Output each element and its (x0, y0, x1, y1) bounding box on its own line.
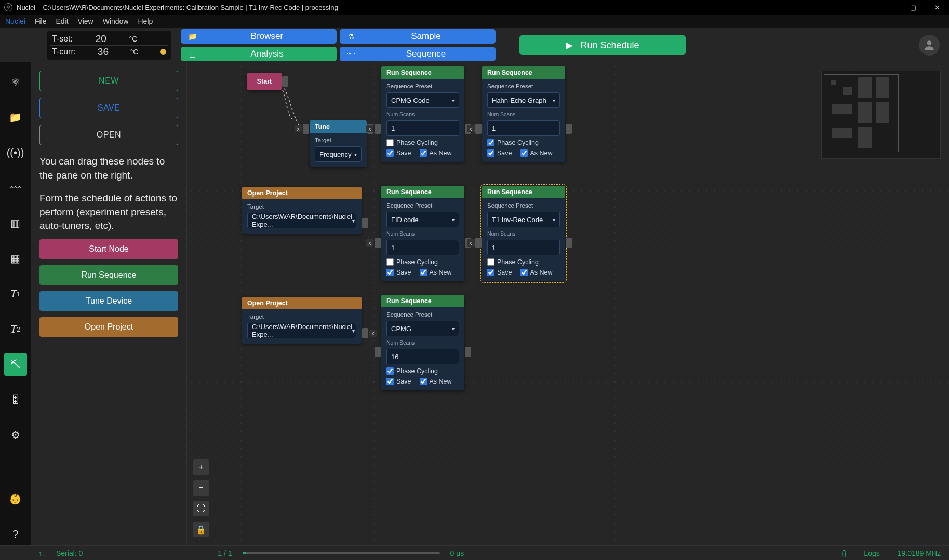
port-in[interactable]: x (375, 124, 381, 134)
menu-edit[interactable]: Edit (56, 17, 68, 25)
palette-tune-node[interactable]: Tune Device (39, 291, 178, 311)
preset-select[interactable]: CPMG▾ (386, 321, 459, 336)
node-open-1[interactable]: Open Project Target C:\Users\WAR\Documen… (242, 187, 362, 234)
save-check[interactable] (386, 269, 394, 276)
minimize-button[interactable]: — (877, 0, 901, 15)
science-icon[interactable]: ⚛ (4, 71, 27, 93)
schedule-editor-icon[interactable]: ⛏ (4, 353, 27, 376)
port-out[interactable]: x (362, 328, 368, 338)
asnew-check[interactable] (520, 149, 528, 157)
scans-input[interactable] (386, 240, 459, 255)
bar-chart-icon[interactable]: ▥ (4, 212, 27, 235)
node-start[interactable]: Start (247, 73, 282, 90)
menu-file[interactable]: File (35, 17, 47, 25)
port-in[interactable] (375, 347, 381, 357)
tab-sequence[interactable]: 〰Sequence (340, 47, 496, 61)
zoom-in-button[interactable]: + (193, 459, 209, 475)
minimap[interactable] (821, 71, 941, 159)
node-run-3[interactable]: x Run Sequence Sequence Preset FID code▾… (381, 186, 464, 281)
scans-input[interactable] (487, 240, 560, 255)
node-run-4[interactable]: x Run Sequence Sequence Preset T1 Inv-Re… (482, 186, 565, 281)
node-run1-title: Run Sequence (381, 66, 464, 79)
tab-analysis[interactable]: ▥Analysis (181, 47, 337, 61)
palette-run-node[interactable]: Run Sequence (39, 265, 178, 285)
zoom-out-button[interactable]: − (193, 480, 209, 496)
menu-bar: Nuclei File Edit View Window Help (0, 15, 949, 28)
t1-icon[interactable]: T1 (4, 282, 27, 305)
scans-label: Num Scans (386, 111, 459, 117)
phase-check[interactable] (386, 139, 394, 146)
save-check[interactable] (386, 149, 394, 157)
asnew-check[interactable] (420, 378, 427, 385)
phase-check[interactable] (386, 258, 394, 266)
menu-help[interactable]: Help (138, 17, 153, 25)
zoom-lock-button[interactable]: 🔒 (193, 522, 209, 537)
project-path-select[interactable]: C:\Users\WAR\Documents\Nuclei Expe…▾ (247, 213, 356, 228)
port-out[interactable] (566, 124, 572, 134)
preset-label: Sequence Preset (386, 83, 459, 89)
save-check[interactable] (386, 378, 394, 385)
logs-braces[interactable]: {} (841, 549, 846, 557)
graph-canvas[interactable]: Start x Tune Target Frequency▾ x x Run S… (187, 62, 949, 545)
port-out[interactable] (282, 76, 288, 87)
port-out[interactable] (566, 238, 572, 248)
node-run-1[interactable]: x Run Sequence Sequence Preset CPMG Code… (381, 66, 464, 162)
tab-browser[interactable]: 📁Browser (181, 29, 337, 44)
zoom-fit-button[interactable]: ⛶ (193, 501, 209, 516)
tset-value[interactable]: 20 (96, 33, 106, 45)
node-run2-title: Run Sequence (482, 66, 565, 79)
close-button[interactable]: ✕ (925, 0, 949, 15)
device-icon[interactable]: 🎛 (4, 388, 27, 411)
preset-select[interactable]: FID code▾ (386, 212, 459, 227)
help-icon[interactable]: ? (4, 523, 27, 545)
folder-icon[interactable]: 📁 (4, 106, 27, 129)
scans-input[interactable] (386, 349, 459, 364)
broadcast-icon[interactable]: ((•)) (4, 141, 27, 164)
user-avatar[interactable] (919, 35, 940, 56)
phase-check[interactable] (487, 258, 494, 266)
port-out[interactable] (362, 218, 368, 228)
menu-view[interactable]: View (78, 17, 93, 25)
node-run-5[interactable]: Run Sequence Sequence Preset CPMG▾ Num S… (381, 295, 464, 390)
port-in[interactable]: x (475, 124, 482, 134)
t2-icon[interactable]: T2 (4, 318, 27, 340)
node-open-2[interactable]: Open Project Target C:\Users\WAR\Documen… (242, 297, 362, 344)
menu-app[interactable]: Nuclei (5, 17, 25, 25)
node-tune[interactable]: x Tune Target Frequency▾ x (310, 120, 367, 167)
serial-arrows[interactable]: ↑↓ (38, 549, 46, 557)
maximize-button[interactable]: ▢ (901, 0, 925, 15)
settings-icon[interactable]: ⚙ (4, 424, 27, 446)
save-button[interactable]: SAVE (39, 98, 178, 118)
scans-input[interactable] (487, 120, 560, 136)
node-open1-title: Open Project (242, 187, 362, 199)
scans-input[interactable] (386, 120, 459, 136)
preset-select[interactable]: T1 Inv-Rec Code▾ (487, 212, 560, 227)
port-in[interactable]: x (303, 124, 309, 134)
preset-select[interactable]: CPMG Code▾ (386, 92, 459, 108)
apps-add-icon[interactable]: ▦ (4, 247, 27, 270)
save-check[interactable] (487, 269, 494, 276)
logs-button[interactable]: Logs (864, 549, 879, 557)
port-in[interactable]: x (375, 238, 381, 248)
port-in[interactable]: x (475, 238, 482, 248)
menu-window[interactable]: Window (103, 17, 129, 25)
palette-start-node[interactable]: Start Node (39, 239, 178, 259)
port-out[interactable] (465, 347, 471, 357)
asnew-check[interactable] (520, 269, 528, 276)
phase-check[interactable] (487, 139, 494, 146)
new-button[interactable]: NEW (39, 71, 178, 91)
open-button[interactable]: OPEN (39, 125, 178, 145)
run-schedule-button[interactable]: ▶ Run Schedule (519, 35, 686, 55)
asnew-check[interactable] (420, 149, 427, 157)
save-check[interactable] (487, 149, 494, 157)
palette-open-node[interactable]: Open Project (39, 317, 178, 337)
phase-check[interactable] (386, 367, 394, 375)
tune-target-select[interactable]: Frequency▾ (315, 146, 362, 162)
project-path-select[interactable]: C:\Users\WAR\Documents\Nuclei Expe…▾ (247, 323, 356, 338)
stroller-icon[interactable]: 👶 (4, 487, 27, 510)
line-chart-icon[interactable]: 〰 (4, 176, 27, 199)
node-run-2[interactable]: x Run Sequence Sequence Preset Hahn-Echo… (482, 66, 565, 162)
tab-sample[interactable]: ⚗Sample (340, 29, 496, 44)
asnew-check[interactable] (420, 269, 427, 276)
preset-select[interactable]: Hahn-Echo Graph▾ (487, 92, 560, 108)
